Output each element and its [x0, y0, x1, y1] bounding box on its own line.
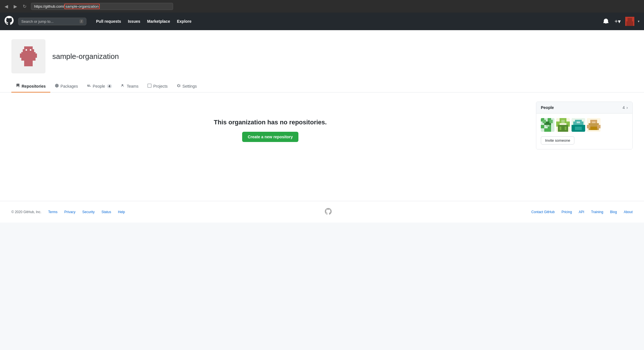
- footer-contact[interactable]: Contact GitHub: [531, 210, 555, 214]
- svg-rect-5: [23, 49, 24, 52]
- search-placeholder: Search or jump to...: [21, 19, 53, 24]
- nav-marketplace[interactable]: Marketplace: [144, 17, 173, 26]
- org-avatar: [11, 39, 45, 73]
- svg-rect-30: [560, 127, 561, 130]
- svg-rect-23: [546, 125, 549, 127]
- search-input[interactable]: Search or jump to... /: [18, 18, 86, 25]
- search-shortcut: /: [80, 19, 83, 23]
- people-card-title: People: [541, 105, 554, 110]
- svg-rect-39: [578, 127, 582, 130]
- tab-packages-label: Packages: [61, 84, 78, 88]
- footer-help[interactable]: Help: [118, 210, 125, 214]
- svg-rect-6: [33, 49, 34, 52]
- people-card: People 4 ›: [536, 102, 633, 149]
- svg-rect-2: [626, 21, 633, 26]
- footer-privacy[interactable]: Privacy: [64, 210, 75, 214]
- user-avatar[interactable]: [625, 17, 634, 26]
- tab-people-badge: 4: [107, 84, 112, 88]
- org-tabs: Repositories Packages People 4: [0, 80, 644, 92]
- tab-repositories-label: Repositories: [22, 84, 46, 88]
- svg-rect-8: [20, 53, 23, 58]
- projects-icon: [148, 84, 151, 88]
- people-count: 4: [623, 105, 625, 110]
- footer: © 2020 GitHub, Inc. Terms Privacy Securi…: [0, 201, 644, 223]
- people-card-body: Invite someone: [536, 114, 632, 149]
- svg-rect-10: [24, 61, 28, 66]
- teams-icon: [121, 84, 125, 88]
- create-repo-button[interactable]: Create a new repository: [242, 132, 299, 142]
- person-avatar-4[interactable]: [587, 118, 601, 132]
- header-right: +▾ ▾: [602, 17, 639, 26]
- footer-api[interactable]: API: [579, 210, 584, 214]
- content-area: This organization has no repositories. C…: [0, 92, 644, 168]
- tab-teams[interactable]: Teams: [117, 80, 143, 92]
- org-avatar-image: [14, 42, 43, 71]
- tab-settings[interactable]: Settings: [172, 80, 201, 92]
- svg-rect-12: [26, 49, 27, 51]
- url-prefix: https://github.com/: [34, 4, 64, 9]
- nav-pull-requests[interactable]: Pull requests: [93, 17, 124, 26]
- plus-icon[interactable]: +▾: [613, 17, 622, 26]
- back-button[interactable]: ◀: [3, 3, 9, 10]
- svg-rect-4: [24, 46, 33, 52]
- svg-rect-35: [582, 122, 583, 125]
- tab-packages[interactable]: Packages: [50, 80, 82, 92]
- footer-copyright: © 2020 GitHub, Inc.: [11, 210, 41, 214]
- refresh-button[interactable]: ↻: [22, 3, 28, 10]
- tab-people[interactable]: People 4: [82, 80, 117, 92]
- address-bar[interactable]: https://github.com/sample-organization: [31, 3, 173, 10]
- footer-terms[interactable]: Terms: [48, 210, 58, 214]
- person-avatar-3[interactable]: [572, 118, 585, 132]
- github-logo[interactable]: [5, 16, 14, 27]
- footer-pricing[interactable]: Pricing: [562, 210, 572, 214]
- nav-explore[interactable]: Explore: [174, 17, 194, 26]
- svg-rect-7: [21, 52, 36, 61]
- person-avatar-1[interactable]: [541, 118, 554, 132]
- sidebar: People 4 ›: [536, 102, 633, 159]
- tab-projects[interactable]: Projects: [143, 80, 172, 92]
- svg-rect-18: [541, 125, 544, 128]
- main-content: This organization has no repositories. C…: [11, 102, 529, 159]
- invite-someone-button[interactable]: Invite someone: [541, 136, 574, 145]
- person-avatar-2[interactable]: [556, 118, 570, 132]
- svg-rect-20: [544, 128, 551, 132]
- tab-teams-label: Teams: [127, 84, 138, 88]
- avatar-dropdown[interactable]: ▾: [638, 19, 639, 23]
- org-header: sample-organization: [0, 30, 644, 80]
- tab-projects-label: Projects: [153, 84, 168, 88]
- svg-rect-9: [34, 53, 37, 58]
- svg-rect-45: [594, 127, 597, 130]
- browser-chrome: ◀ ▶ ↻ https://github.com/sample-organiza…: [0, 0, 644, 13]
- tab-people-label: People: [93, 84, 105, 88]
- svg-rect-29: [561, 120, 565, 123]
- svg-rect-31: [565, 127, 566, 130]
- notifications-icon[interactable]: [602, 17, 610, 26]
- footer-status[interactable]: Status: [101, 210, 111, 214]
- chevron-right-icon: ›: [626, 105, 628, 110]
- svg-rect-37: [577, 122, 580, 123]
- nav-issues[interactable]: Issues: [125, 17, 143, 26]
- forward-button[interactable]: ▶: [13, 3, 18, 10]
- svg-rect-43: [592, 122, 595, 123]
- tab-repositories[interactable]: Repositories: [11, 80, 50, 92]
- main-wrapper: sample-organization Repositories Package…: [0, 30, 644, 201]
- svg-rect-13: [30, 49, 31, 51]
- settings-icon: [177, 84, 181, 88]
- people-card-header: People 4 ›: [536, 102, 632, 114]
- url-highlight: sample-organization: [64, 4, 100, 9]
- footer-training[interactable]: Training: [591, 210, 603, 214]
- footer-about[interactable]: About: [624, 210, 633, 214]
- svg-rect-1: [628, 18, 632, 21]
- people-avatars: [541, 118, 628, 132]
- main-nav: Pull requests Issues Marketplace Explore: [93, 17, 194, 26]
- footer-blog[interactable]: Blog: [610, 210, 617, 214]
- packages-icon: [55, 84, 59, 88]
- people-icon: [87, 84, 91, 88]
- svg-rect-38: [575, 127, 578, 130]
- svg-rect-47: [597, 125, 601, 128]
- svg-rect-11: [28, 61, 33, 66]
- people-card-count-section[interactable]: 4 ›: [623, 105, 628, 110]
- svg-rect-28: [558, 125, 568, 132]
- footer-security[interactable]: Security: [82, 210, 95, 214]
- tab-settings-label: Settings: [182, 84, 197, 88]
